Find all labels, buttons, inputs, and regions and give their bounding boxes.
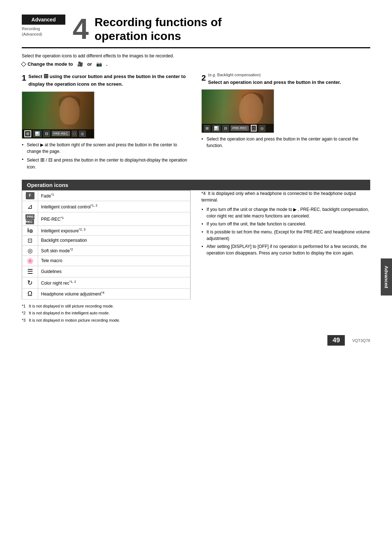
intro-text: Select the operation icons to add differ… xyxy=(22,53,370,58)
icon-cell-contrast: ⊿ xyxy=(22,201,38,212)
cam-r-circle-icon: ◎ xyxy=(259,125,265,131)
note-bullet-2: If you turn off the unit, the fade funct… xyxy=(201,221,370,227)
cam-circle-icon: ◎ xyxy=(79,131,86,137)
cam-r-backlight-icon: □ xyxy=(251,125,257,131)
left-col: F Fade*1 ⊿ Intelligent contrast control*… xyxy=(22,190,191,325)
icon-cell-skin: ◎ xyxy=(22,245,38,256)
label-cell-prerec: PRE-REC*1 xyxy=(38,212,191,225)
step-2-text: 2 (e.g. Backlight compensation) Select a… xyxy=(201,72,370,86)
header-divider xyxy=(22,47,370,48)
icon-cell-prerec: PRE-REC xyxy=(22,212,38,225)
icon-cell-guidelines: ☰ xyxy=(22,266,38,277)
step-1-col: 1 Select ⊞ using the cursor button and p… xyxy=(22,72,191,172)
icon-cell-macro: 🌸 xyxy=(22,256,38,266)
fade-icon: F xyxy=(26,192,34,199)
label-cell-macro: Tele macro xyxy=(38,256,191,266)
footnote-1: *1 It is not displayed in still picture … xyxy=(22,303,191,310)
step-1-bullet-1: Select ▶ at the bottom right of the scre… xyxy=(22,142,191,155)
chapter-title-block: 4 Recording functions of operation icons xyxy=(73,15,370,44)
note-4: *4 It is displayed only when a headphone… xyxy=(201,190,370,203)
table-row: ◎ Soft skin mode*2 xyxy=(22,245,191,256)
camera-icons-bar-left: ⊞ 📊 ⊟ PRE-REC □ ◎ xyxy=(22,129,94,138)
chapter-breadcrumb: Recording (Advanced) xyxy=(22,26,42,37)
camcorder-icon: 🎥 xyxy=(77,61,83,67)
icon-cell-fade: F xyxy=(22,190,38,201)
page-header: Advanced Recording (Advanced) 4 Recordin… xyxy=(22,15,370,44)
op-icons-table: F Fade*1 ⊿ Intelligent contrast control*… xyxy=(22,190,191,300)
camera-thumbnail-left: ⊞ 📊 ⊟ PRE-REC □ ◎ xyxy=(22,91,94,139)
right-col-notes: *4 It is displayed only when a headphone… xyxy=(201,190,370,325)
right-side-tab: Advanced xyxy=(381,258,392,296)
label-cell-contrast: Intelligent contrast control*1, 2 xyxy=(38,201,191,212)
vqt-code: VQT3Q78 xyxy=(352,338,370,343)
pre-rec-label: PRE-REC xyxy=(52,131,70,136)
night-icon: ↻ xyxy=(27,279,33,286)
step-2-col: 2 (e.g. Backlight compensation) Select a… xyxy=(201,72,370,172)
steps-row: 1 Select ⊞ using the cursor button and p… xyxy=(22,72,370,172)
menu-icon: ⊞ xyxy=(44,73,48,79)
operation-icons-header: Operation icons xyxy=(22,180,370,190)
label-cell-exposure: Intelligent exposure*2, 3 xyxy=(38,225,191,235)
night-sup: *1, 2 xyxy=(69,280,76,284)
cam-r-icon3: ⊟ xyxy=(222,125,229,131)
cam-menu-icon: ⊞ xyxy=(24,130,31,137)
step-1-text: 1 Select ⊞ using the cursor button and p… xyxy=(22,72,191,88)
contrast-icon: ⊿ xyxy=(27,203,33,211)
footnote-2: *2 It is not displayed in the intelligen… xyxy=(22,310,191,317)
footnotes: *1 It is not displayed in still picture … xyxy=(22,303,191,324)
contrast-sup: *1, 2 xyxy=(91,204,98,207)
fade-sup: *1 xyxy=(51,193,54,196)
step-1-number: 1 xyxy=(22,72,26,84)
label-cell-headphone: Headphone volume adjustment*4 xyxy=(38,288,191,299)
macro-icon: 🌸 xyxy=(26,258,34,264)
note-bullet-4: After setting [DISPLAY] to [OFF] if no o… xyxy=(201,243,370,256)
icon-cell-exposure: i◎ xyxy=(22,225,38,235)
table-row: ⊿ Intelligent contrast control*1, 2 xyxy=(22,201,191,212)
guidelines-icon: ☰ xyxy=(27,268,33,275)
chapter-number: 4 xyxy=(73,15,89,44)
cam-r-icon2: 📊 xyxy=(212,125,220,131)
skin-icon: ◎ xyxy=(28,248,33,254)
step-2-bullet-1: Select the operation icon and press the … xyxy=(201,136,370,149)
footnote-3: *3 It is not displayed in motion picture… xyxy=(22,317,191,324)
change-mode-line: Change the mode to 🎥 or 📷 . xyxy=(22,61,370,67)
cam-r-icon1: ⊞ xyxy=(204,125,210,131)
step-2-eg: (e.g. Backlight compensation) xyxy=(201,72,370,78)
label-cell-fade: Fade*1 xyxy=(38,190,191,201)
headphone-icon: Ω xyxy=(28,290,32,297)
step-1-bullet-2: Select ⊞ / ⊟ and press the button in the… xyxy=(22,156,191,170)
page-footer: 49 VQT3Q78 xyxy=(22,335,370,346)
camera-thumbnail-right: ⊞ 📊 ⊟ PRE-REC □ ◎ xyxy=(201,89,274,133)
exposure-icon: i◎ xyxy=(27,227,32,233)
table-row: Ω Headphone volume adjustment*4 xyxy=(22,288,191,299)
icon-cell-backlight: ⊡ xyxy=(22,235,38,245)
notes-bullets: If you turn off the unit or change the m… xyxy=(201,206,370,256)
cam-contrast-icon: 📊 xyxy=(33,131,41,137)
table-row: i◎ Intelligent exposure*2, 3 xyxy=(22,225,191,235)
label-cell-night: Color night rec*1, 2 xyxy=(38,277,191,288)
table-row: ⊡ Backlight compensation xyxy=(22,235,191,245)
table-row: 🌸 Tele macro xyxy=(22,256,191,266)
page-number: 49 xyxy=(327,335,345,346)
exposure-sup: *2, 3 xyxy=(79,228,86,231)
pre-rec-label-r: PRE-REC xyxy=(231,126,249,131)
table-row: PRE-REC PRE-REC*1 xyxy=(22,212,191,225)
chapter-title: Recording functions of operation icons xyxy=(95,15,222,43)
advanced-badge: Advanced xyxy=(22,15,65,25)
prerec-icon: PRE-REC xyxy=(25,214,35,224)
skin-sup: *2 xyxy=(70,248,73,251)
label-cell-skin: Soft skin mode*2 xyxy=(38,245,191,256)
prerec-sup: *1 xyxy=(61,216,64,220)
step-2-number: 2 xyxy=(201,72,206,84)
step-2-bullets: Select the operation icon and press the … xyxy=(201,136,370,149)
headphone-sup: *4 xyxy=(101,291,105,294)
note-bullet-3: It is possible to set from the menu. (Ex… xyxy=(201,229,370,242)
backlight-icon: ⊡ xyxy=(28,237,32,244)
step-1-bullets: Select ▶ at the bottom right of the scre… xyxy=(22,142,191,170)
table-row: ☰ Guidelines xyxy=(22,266,191,277)
camera-icon: 📷 xyxy=(96,61,102,67)
camera-icons-bar-right: ⊞ 📊 ⊟ PRE-REC □ ◎ xyxy=(202,124,274,133)
note-bullet-1: If you turn off the unit or change the m… xyxy=(201,206,370,219)
table-row: F Fade*1 xyxy=(22,190,191,201)
label-cell-guidelines: Guidelines xyxy=(38,266,191,277)
